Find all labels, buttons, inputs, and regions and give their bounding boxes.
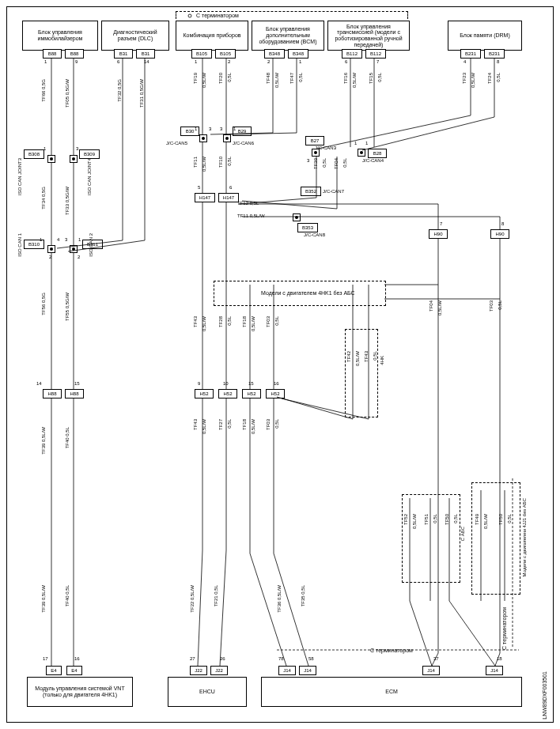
wiring-diagram: С терминатором Блок управления иммобилай…	[0, 0, 560, 729]
wire-network	[0, 0, 560, 729]
document-id: LNW89DXF003501	[542, 671, 547, 720]
